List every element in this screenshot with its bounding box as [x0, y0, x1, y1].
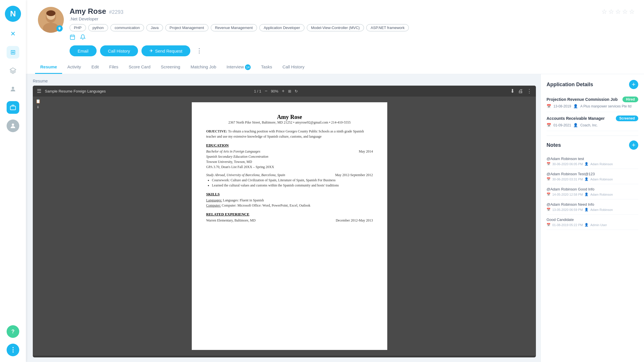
pdf-study-year: May 2012-September 2012	[335, 172, 373, 178]
send-request-label: Send Request	[155, 49, 182, 53]
note-text: @Adam Robinson Good Info	[547, 187, 638, 191]
note-author: Adam Robinson	[590, 208, 613, 211]
notes-title: Notes	[547, 142, 561, 148]
more-options-button[interactable]: ⋮	[194, 45, 205, 56]
resume-label: Resume	[33, 79, 536, 83]
pdf-skills-computer: Computer: Computer: Microsoft Office: Wo…	[206, 203, 373, 208]
tab-activity[interactable]: Activity	[62, 61, 86, 74]
note-author: Adam Robinson	[590, 178, 613, 181]
pdf-edu-gpa: GPA 3.70, Dean's List Fall 20XX – Spring…	[206, 164, 274, 170]
tab-edit[interactable]: Edit	[86, 61, 104, 74]
pdf-contact: 2367 North Pike Street, Baltimore, MD 21…	[206, 120, 373, 125]
calendar-icon: 📅	[547, 162, 551, 166]
notes-section: Notes + @Adam Robinson test 📅 30-06-2020…	[547, 140, 638, 230]
star-3[interactable]: ☆	[615, 8, 621, 16]
call-history-button[interactable]: Call History	[100, 45, 138, 56]
rotate-icon[interactable]: ↻	[295, 89, 298, 93]
pdf-objective-title: OBJECTIVE:	[206, 129, 227, 133]
tab-screening[interactable]: Screening	[156, 61, 185, 74]
tab-files[interactable]: Files	[104, 61, 124, 74]
close-icon[interactable]: ✕	[7, 28, 19, 40]
bell-icon[interactable]	[80, 34, 86, 41]
app-item-title: Accounts Receivable Manager	[547, 116, 605, 121]
pdf-skills-title: SKILLS	[206, 192, 373, 197]
person-icon: 👤	[584, 208, 589, 211]
tab-badge: 14	[245, 64, 251, 70]
logo-letter: N	[10, 9, 16, 18]
pdf-exp-title: RELATED EXPERIENCE	[206, 212, 373, 217]
app-item: Accounts Receivable ManagerScreened 📅 01…	[547, 112, 638, 131]
pdf-study-bullet-1: Coursework: Culture and Civilization of …	[212, 178, 373, 183]
avatar-badge	[56, 25, 63, 32]
avatar-circle-icon[interactable]	[7, 120, 19, 132]
more-dots-icon[interactable]: ⋮	[7, 344, 19, 356]
sidebar-logo[interactable]: N	[5, 6, 21, 22]
tab-call-history[interactable]: Call History	[277, 61, 310, 74]
briefcase-icon[interactable]	[7, 101, 19, 114]
person-icon: 👤	[573, 123, 578, 127]
download-icon[interactable]: ⬇	[510, 88, 515, 94]
star-4[interactable]: ☆	[622, 8, 628, 16]
grid-icon[interactable]: ⊞	[7, 46, 19, 59]
app-item-date: 01-09-2021	[553, 123, 571, 127]
stars-rating[interactable]: ☆ ☆ ☆ ☆ ☆	[601, 8, 635, 16]
star-1[interactable]: ☆	[601, 8, 607, 16]
calendar-icon: 📅	[547, 177, 551, 181]
pdf-objective-text: To obtain a teaching position with Princ…	[206, 129, 364, 138]
app-item-company: A Plus manpower services Pte ltd	[580, 104, 631, 108]
pdf-exp-dates: December 2012-May 2013	[336, 218, 373, 223]
send-icon: ✈	[150, 48, 153, 53]
note-text: @Adam Robinson test	[547, 157, 638, 161]
tab-resume[interactable]: Resume	[35, 61, 62, 74]
pdf-sidebar-toggle[interactable]: 📋	[36, 99, 41, 103]
skill-tag: PHP	[70, 24, 86, 31]
person-icon: 👤	[584, 223, 589, 227]
pdf-edu-year: May 2014	[359, 149, 373, 154]
skill-tag: Revenue Management	[211, 24, 257, 31]
add-note-button[interactable]: +	[629, 140, 638, 150]
note-text: Good Candidate	[547, 217, 638, 222]
layers-icon[interactable]	[7, 64, 19, 77]
star-2[interactable]: ☆	[608, 8, 614, 16]
email-button[interactable]: Email	[70, 45, 97, 56]
calendar-icon[interactable]	[70, 34, 75, 41]
note-text: @Adam Robinson Test@123	[547, 172, 638, 176]
pdf-title: Sample Resume Foreign Languages	[45, 89, 251, 93]
divider	[547, 136, 638, 136]
add-application-button[interactable]: +	[629, 80, 638, 89]
tab-tasks[interactable]: Tasks	[256, 61, 277, 74]
skill-tag: communication	[110, 24, 144, 31]
print-icon[interactable]: 🖨	[518, 88, 523, 94]
skills-row: PHPpythoncommunicationJavaProject Manage…	[70, 24, 635, 31]
zoom-in-button[interactable]: +	[282, 88, 284, 94]
pdf-menu-icon[interactable]: ☰	[37, 88, 41, 94]
avatar-wrap	[38, 7, 64, 33]
note-author: Adam Robinson	[590, 162, 613, 166]
fit-icon[interactable]: ⊞	[288, 89, 291, 93]
pdf-study-bullet-2: Learned the cultural values and customs …	[212, 183, 373, 188]
zoom-out-button[interactable]: −	[265, 88, 267, 94]
note-item: @Adam Robinson test 📅 30-06-2020 06:05 P…	[547, 154, 638, 169]
main-content: Amy Rose #2293 .Net Developer PHPpythonc…	[26, 0, 644, 362]
pdf-candidate-name: Amy Rose	[206, 114, 373, 120]
help-icon[interactable]: ?	[7, 325, 19, 338]
calendar-icon: 📅	[547, 223, 551, 227]
tab-matching-job[interactable]: Matching Job	[185, 61, 221, 74]
note-item: Good Candidate 📅 01-08-2019 05:22 PM 👤 A…	[547, 215, 638, 230]
pdf-exp-place: Warren Elementary, Baltimore, MD	[206, 218, 256, 223]
svg-rect-9	[70, 35, 75, 39]
pdf-edu-degree: Bachelor of Arts in Foreign Languages	[206, 149, 274, 154]
tab-interview[interactable]: Interview14	[221, 61, 256, 74]
pdf-scroll-down-icon[interactable]: ⬇	[37, 105, 39, 109]
note-item: @Adam Robinson Test@123 📅 30-06-2020 03:…	[547, 169, 638, 184]
calendar-icon: 📅	[547, 192, 551, 196]
send-request-button[interactable]: ✈ Send Request	[141, 45, 190, 56]
pdf-more-icon[interactable]: ⋮	[527, 88, 532, 94]
person-icon: 👤	[584, 162, 589, 166]
person-icon[interactable]	[7, 83, 19, 95]
svg-rect-2	[10, 106, 16, 110]
tabs-row: ResumeActivityEditFilesScore CardScreeni…	[35, 61, 635, 74]
skill-tag: Application Developer	[259, 24, 304, 31]
tab-score-card[interactable]: Score Card	[123, 61, 156, 74]
star-5[interactable]: ☆	[629, 8, 635, 16]
